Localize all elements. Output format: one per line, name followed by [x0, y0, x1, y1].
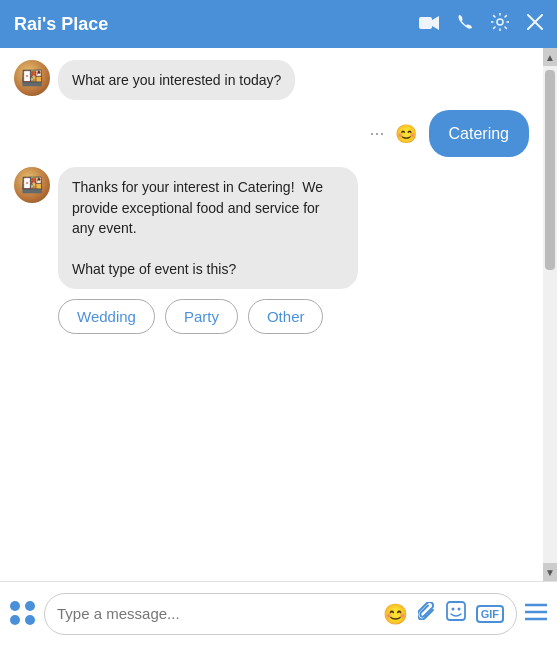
- emoji-input-icon[interactable]: 😊: [383, 602, 408, 626]
- header-title: Rai's Place: [14, 14, 419, 35]
- phone-icon[interactable]: [457, 14, 473, 35]
- svg-point-6: [451, 608, 454, 611]
- gif-button[interactable]: GIF: [476, 605, 504, 623]
- input-field-wrap: 😊 GIF: [44, 593, 517, 635]
- dot1: [10, 601, 20, 611]
- svg-rect-5: [447, 602, 465, 620]
- scrollbar: ▲ ▼: [543, 48, 557, 581]
- message-row: What are you interested in today?: [14, 60, 529, 100]
- avatar: [14, 60, 50, 96]
- quick-reply-party[interactable]: Party: [165, 299, 238, 334]
- video-icon[interactable]: [419, 14, 439, 35]
- scroll-down[interactable]: ▼: [543, 563, 557, 581]
- quick-reply-wedding[interactable]: Wedding: [58, 299, 155, 334]
- close-icon[interactable]: [527, 14, 543, 35]
- dot3: [10, 615, 20, 625]
- input-icons: 😊 GIF: [383, 601, 504, 626]
- svg-point-7: [457, 608, 460, 611]
- emoji-react-icon[interactable]: 😊: [395, 123, 417, 145]
- message-input[interactable]: [57, 605, 375, 622]
- header-icons: [419, 13, 543, 36]
- quick-reply-other[interactable]: Other: [248, 299, 324, 334]
- message-text: What are you interested in today?: [72, 72, 281, 88]
- bubble-sent: Catering: [429, 110, 529, 157]
- svg-rect-0: [419, 17, 432, 29]
- message-text-sent: Catering: [449, 125, 509, 142]
- sticker-icon[interactable]: [446, 601, 466, 626]
- dot4: [25, 615, 35, 625]
- settings-icon[interactable]: [491, 13, 509, 36]
- attach-icon[interactable]: [418, 602, 436, 625]
- bubble-received: What are you interested in today?: [58, 60, 295, 100]
- message-row-2: Thanks for your interest in Catering! We…: [14, 167, 529, 288]
- chat-messages: What are you interested in today? ··· 😊 …: [0, 48, 543, 581]
- svg-marker-1: [432, 16, 439, 30]
- quick-replies: Wedding Party Other: [14, 299, 529, 334]
- bubble-received-2: Thanks for your interest in Catering! We…: [58, 167, 358, 288]
- scroll-thumb[interactable]: [545, 70, 555, 270]
- svg-point-2: [497, 19, 503, 25]
- more-icon[interactable]: ···: [370, 123, 385, 144]
- scroll-up[interactable]: ▲: [543, 48, 557, 66]
- menu-icon[interactable]: [525, 601, 547, 627]
- apps-icon[interactable]: [10, 601, 36, 627]
- dot2: [25, 601, 35, 611]
- message-row-sent: ··· 😊 Catering: [14, 110, 529, 157]
- avatar-2: [14, 167, 50, 203]
- right-icons: ··· 😊: [370, 123, 417, 145]
- input-bar: 😊 GIF: [0, 581, 557, 645]
- header: Rai's Place: [0, 0, 557, 48]
- chat-area: What are you interested in today? ··· 😊 …: [0, 48, 557, 581]
